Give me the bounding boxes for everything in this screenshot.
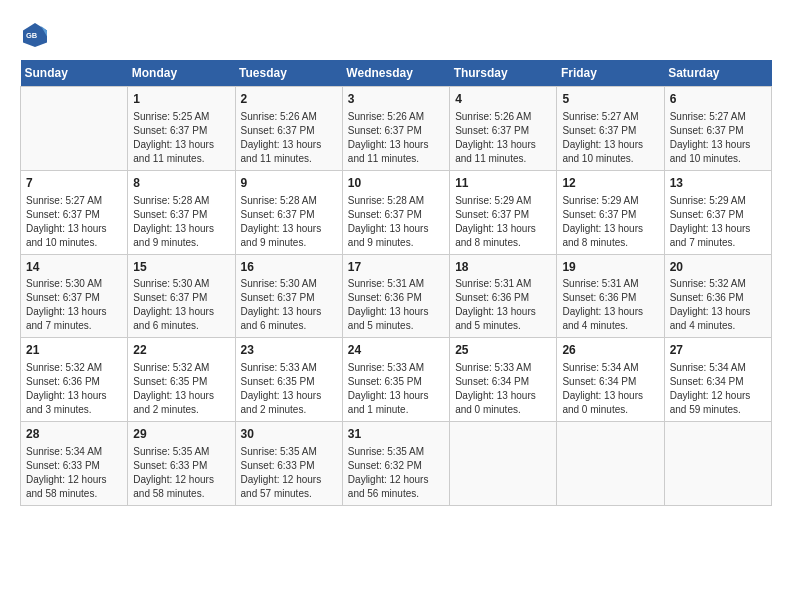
day-info-text: Sunrise: 5:29 AM: [562, 194, 658, 208]
day-info-text: Daylight: 13 hours: [241, 138, 337, 152]
day-info-text: Daylight: 13 hours: [562, 305, 658, 319]
day-number: 12: [562, 175, 658, 192]
day-info-text: Sunset: 6:37 PM: [241, 291, 337, 305]
day-info-text: and 5 minutes.: [348, 319, 444, 333]
day-info-text: and 11 minutes.: [241, 152, 337, 166]
day-number: 30: [241, 426, 337, 443]
day-number: 13: [670, 175, 766, 192]
day-number: 29: [133, 426, 229, 443]
day-info-text: Sunrise: 5:30 AM: [133, 277, 229, 291]
day-info-text: and 5 minutes.: [455, 319, 551, 333]
day-info-text: and 58 minutes.: [133, 487, 229, 501]
day-info-text: Sunrise: 5:35 AM: [133, 445, 229, 459]
day-info-text: Sunrise: 5:27 AM: [562, 110, 658, 124]
calendar-cell: 3Sunrise: 5:26 AMSunset: 6:37 PMDaylight…: [342, 87, 449, 171]
day-info-text: Daylight: 13 hours: [348, 138, 444, 152]
weekday-header-tuesday: Tuesday: [235, 60, 342, 87]
day-info-text: Sunrise: 5:27 AM: [26, 194, 122, 208]
calendar-cell: 24Sunrise: 5:33 AMSunset: 6:35 PMDayligh…: [342, 338, 449, 422]
day-number: 7: [26, 175, 122, 192]
day-info-text: Daylight: 13 hours: [241, 305, 337, 319]
day-info-text: Sunrise: 5:28 AM: [348, 194, 444, 208]
day-info-text: Daylight: 13 hours: [348, 222, 444, 236]
calendar-cell: 29Sunrise: 5:35 AMSunset: 6:33 PMDayligh…: [128, 422, 235, 506]
calendar-header: SundayMondayTuesdayWednesdayThursdayFrid…: [21, 60, 772, 87]
day-info-text: Sunrise: 5:34 AM: [562, 361, 658, 375]
day-info-text: Sunrise: 5:31 AM: [455, 277, 551, 291]
day-info-text: and 1 minute.: [348, 403, 444, 417]
day-info-text: and 7 minutes.: [670, 236, 766, 250]
day-number: 17: [348, 259, 444, 276]
day-info-text: Daylight: 13 hours: [26, 222, 122, 236]
day-info-text: Sunset: 6:33 PM: [241, 459, 337, 473]
day-info-text: Sunrise: 5:33 AM: [455, 361, 551, 375]
day-info-text: Sunset: 6:35 PM: [133, 375, 229, 389]
calendar-cell: 22Sunrise: 5:32 AMSunset: 6:35 PMDayligh…: [128, 338, 235, 422]
day-info-text: and 57 minutes.: [241, 487, 337, 501]
calendar-cell: 23Sunrise: 5:33 AMSunset: 6:35 PMDayligh…: [235, 338, 342, 422]
day-info-text: and 0 minutes.: [455, 403, 551, 417]
day-info-text: and 58 minutes.: [26, 487, 122, 501]
weekday-header-thursday: Thursday: [450, 60, 557, 87]
day-info-text: Daylight: 13 hours: [455, 222, 551, 236]
calendar-week-row: 1Sunrise: 5:25 AMSunset: 6:37 PMDaylight…: [21, 87, 772, 171]
day-number: 2: [241, 91, 337, 108]
weekday-header-monday: Monday: [128, 60, 235, 87]
day-info-text: and 11 minutes.: [455, 152, 551, 166]
day-info-text: Sunset: 6:37 PM: [133, 124, 229, 138]
day-info-text: Sunrise: 5:32 AM: [670, 277, 766, 291]
calendar-cell: 9Sunrise: 5:28 AMSunset: 6:37 PMDaylight…: [235, 170, 342, 254]
calendar-cell: 2Sunrise: 5:26 AMSunset: 6:37 PMDaylight…: [235, 87, 342, 171]
day-info-text: Sunset: 6:37 PM: [241, 124, 337, 138]
day-info-text: and 6 minutes.: [241, 319, 337, 333]
day-info-text: Sunset: 6:37 PM: [26, 291, 122, 305]
day-number: 11: [455, 175, 551, 192]
day-info-text: Sunset: 6:37 PM: [348, 208, 444, 222]
day-info-text: and 59 minutes.: [670, 403, 766, 417]
day-info-text: and 8 minutes.: [562, 236, 658, 250]
day-info-text: Sunrise: 5:26 AM: [348, 110, 444, 124]
day-info-text: Sunset: 6:33 PM: [133, 459, 229, 473]
day-info-text: and 4 minutes.: [562, 319, 658, 333]
calendar-cell: 6Sunrise: 5:27 AMSunset: 6:37 PMDaylight…: [664, 87, 771, 171]
day-info-text: Sunset: 6:37 PM: [670, 124, 766, 138]
day-number: 15: [133, 259, 229, 276]
day-info-text: and 9 minutes.: [133, 236, 229, 250]
day-info-text: Sunrise: 5:34 AM: [670, 361, 766, 375]
calendar-cell: [557, 422, 664, 506]
calendar-cell: 8Sunrise: 5:28 AMSunset: 6:37 PMDaylight…: [128, 170, 235, 254]
day-number: 14: [26, 259, 122, 276]
page-header: GB: [20, 20, 772, 50]
day-info-text: and 10 minutes.: [562, 152, 658, 166]
day-info-text: Sunset: 6:37 PM: [348, 124, 444, 138]
day-number: 5: [562, 91, 658, 108]
day-info-text: Daylight: 13 hours: [562, 389, 658, 403]
day-info-text: Sunrise: 5:32 AM: [133, 361, 229, 375]
day-info-text: Sunrise: 5:28 AM: [241, 194, 337, 208]
calendar-cell: 14Sunrise: 5:30 AMSunset: 6:37 PMDayligh…: [21, 254, 128, 338]
day-info-text: Daylight: 13 hours: [133, 305, 229, 319]
day-number: 31: [348, 426, 444, 443]
day-number: 3: [348, 91, 444, 108]
day-info-text: Sunset: 6:36 PM: [562, 291, 658, 305]
day-info-text: Sunset: 6:37 PM: [133, 291, 229, 305]
day-info-text: Sunset: 6:32 PM: [348, 459, 444, 473]
day-info-text: Sunrise: 5:31 AM: [562, 277, 658, 291]
day-info-text: Sunset: 6:36 PM: [348, 291, 444, 305]
day-info-text: Daylight: 13 hours: [670, 222, 766, 236]
calendar-cell: 12Sunrise: 5:29 AMSunset: 6:37 PMDayligh…: [557, 170, 664, 254]
day-info-text: Sunset: 6:34 PM: [455, 375, 551, 389]
day-info-text: Sunrise: 5:33 AM: [348, 361, 444, 375]
calendar-cell: 26Sunrise: 5:34 AMSunset: 6:34 PMDayligh…: [557, 338, 664, 422]
day-info-text: Sunrise: 5:25 AM: [133, 110, 229, 124]
day-info-text: Sunset: 6:36 PM: [455, 291, 551, 305]
day-number: 21: [26, 342, 122, 359]
day-number: 26: [562, 342, 658, 359]
day-info-text: Sunset: 6:35 PM: [241, 375, 337, 389]
day-info-text: Daylight: 13 hours: [26, 305, 122, 319]
calendar-week-row: 28Sunrise: 5:34 AMSunset: 6:33 PMDayligh…: [21, 422, 772, 506]
day-info-text: Daylight: 13 hours: [133, 138, 229, 152]
day-info-text: Daylight: 13 hours: [348, 389, 444, 403]
calendar-cell: 16Sunrise: 5:30 AMSunset: 6:37 PMDayligh…: [235, 254, 342, 338]
calendar-cell: 31Sunrise: 5:35 AMSunset: 6:32 PMDayligh…: [342, 422, 449, 506]
